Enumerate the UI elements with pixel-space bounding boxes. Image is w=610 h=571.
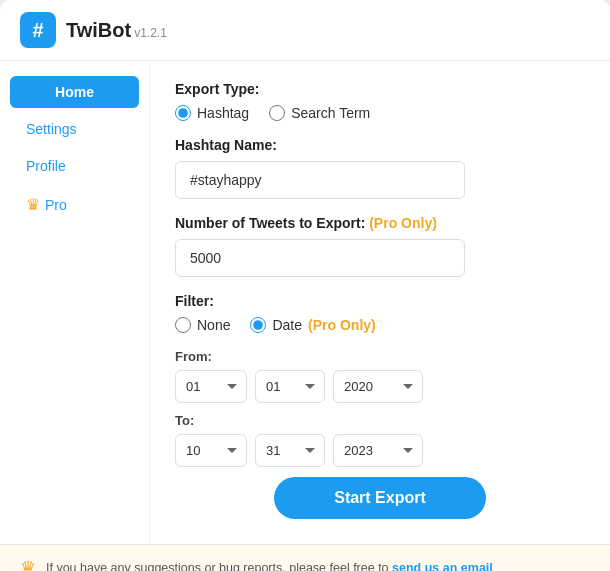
filter-group: Filter: None Date (Pro Only) [175, 293, 585, 333]
hashtag-name-input[interactable] [175, 161, 465, 199]
to-label: To: [175, 413, 585, 428]
from-date-row: 01 0203 0405 0607 0809 1011 12 01 0203 0… [175, 370, 585, 403]
footer-crown-icon: ♛ [20, 557, 36, 571]
logo-icon: # [20, 12, 56, 48]
from-day-select[interactable]: 01 0203 0405 0607 0809 1011 1213 1415 16… [255, 370, 325, 403]
hashtag-name-label: Hashtag Name: [175, 137, 585, 153]
footer-text: If you have any suggestions or bug repor… [46, 561, 493, 571]
filter-date-option[interactable]: Date (Pro Only) [250, 317, 375, 333]
start-export-button[interactable]: Start Export [274, 477, 486, 519]
sidebar-item-profile[interactable]: Profile [10, 150, 139, 182]
from-label: From: [175, 349, 585, 364]
export-type-radio-group: Hashtag Search Term [175, 105, 585, 121]
date-pro-badge: (Pro Only) [308, 317, 376, 333]
to-date-row: 0102 0304 0506 0708 09 10 1112 0102 0304… [175, 434, 585, 467]
from-year-select[interactable]: 20182019 2020 20212022 20232024 [333, 370, 423, 403]
filter-none-option[interactable]: None [175, 317, 230, 333]
from-date-block: From: 01 0203 0405 0607 0809 1011 12 01 … [175, 349, 585, 403]
hashtag-radio-option[interactable]: Hashtag [175, 105, 249, 121]
search-term-radio[interactable] [269, 105, 285, 121]
sidebar-item-settings[interactable]: Settings [10, 113, 139, 145]
export-type-group: Export Type: Hashtag Search Term [175, 81, 585, 121]
to-date-block: To: 0102 0304 0506 0708 09 10 1112 0102 … [175, 413, 585, 467]
sidebar: Home Settings Profile ♛ Pro [0, 61, 150, 544]
sidebar-item-pro[interactable]: ♛ Pro [10, 187, 139, 222]
hashtag-radio[interactable] [175, 105, 191, 121]
from-month-select[interactable]: 01 0203 0405 0607 0809 1011 12 [175, 370, 247, 403]
hashtag-name-group: Hashtag Name: [175, 137, 585, 199]
tweets-count-group: Number of Tweets to Export: (Pro Only) [175, 215, 585, 277]
body-layout: Home Settings Profile ♛ Pro Export Type:… [0, 61, 610, 544]
app-window: # TwiBotv1.2.1 Home Settings Profile ♛ P… [0, 0, 610, 571]
pro-only-badge: (Pro Only) [369, 215, 437, 231]
header: # TwiBotv1.2.1 [0, 0, 610, 61]
sidebar-home-button[interactable]: Home [10, 76, 139, 108]
filter-label: Filter: [175, 293, 585, 309]
filter-radio-group: None Date (Pro Only) [175, 317, 585, 333]
crown-icon: ♛ [26, 195, 40, 214]
app-version: v1.2.1 [134, 26, 167, 40]
filter-date-radio[interactable] [250, 317, 266, 333]
main-content: Export Type: Hashtag Search Term Hashtag… [150, 61, 610, 544]
to-month-select[interactable]: 0102 0304 0506 0708 09 10 1112 [175, 434, 247, 467]
to-day-select[interactable]: 0102 0304 0506 0708 0910 1112 1314 1516 … [255, 434, 325, 467]
footer-email-link[interactable]: send us an email [392, 561, 493, 571]
search-term-radio-option[interactable]: Search Term [269, 105, 370, 121]
to-year-select[interactable]: 20182019 20202021 2022 2023 2024 [333, 434, 423, 467]
filter-none-radio[interactable] [175, 317, 191, 333]
tweets-count-input[interactable] [175, 239, 465, 277]
app-title: TwiBotv1.2.1 [66, 19, 167, 42]
footer: ♛ If you have any suggestions or bug rep… [0, 544, 610, 571]
export-type-label: Export Type: [175, 81, 585, 97]
tweets-count-label: Number of Tweets to Export: (Pro Only) [175, 215, 585, 231]
